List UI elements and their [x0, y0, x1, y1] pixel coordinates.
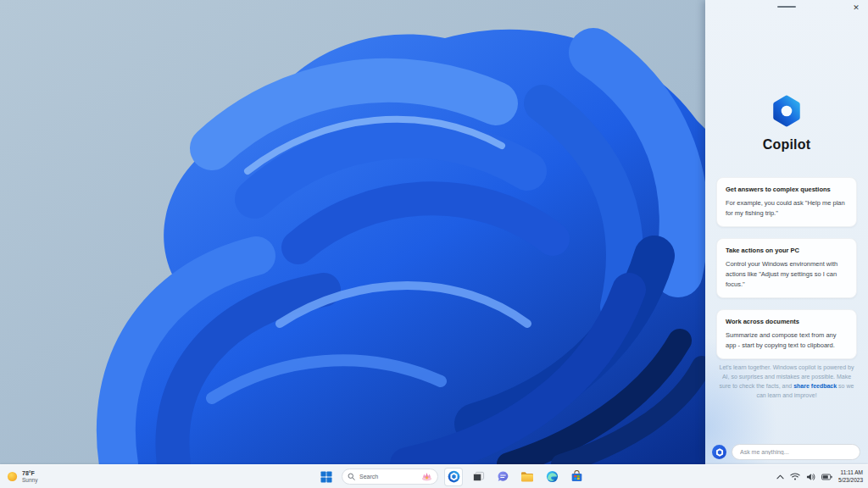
card-body: Control your Windows environment with ac… [726, 259, 848, 289]
wifi-icon[interactable] [790, 473, 800, 480]
taskbar-copilot-button[interactable] [444, 468, 463, 486]
suggestion-cards: Get answers to complex questions For exa… [716, 177, 857, 359]
microsoft-store-button[interactable] [567, 468, 586, 486]
tray-date: 5/23/2023 [838, 477, 863, 484]
copilot-avatar-icon [712, 445, 726, 459]
close-icon[interactable]: ✕ [850, 2, 862, 14]
battery-icon[interactable] [821, 474, 832, 480]
panel-drag-handle-icon[interactable] [777, 6, 796, 8]
copilot-panel: ✕ Copilot Get answers to complex questio… [705, 0, 868, 464]
bloom-wallpaper-art [0, 0, 705, 464]
ask-me-anything-input[interactable] [732, 444, 860, 460]
windows-11-screen: ✕ Copilot Get answers to complex questio… [0, 0, 868, 488]
task-view-icon [472, 470, 485, 483]
taskbar-clock[interactable]: 11:11 AM 5/23/2023 [838, 469, 863, 484]
card-work-across-documents[interactable]: Work across documents Summarize and comp… [716, 309, 857, 359]
card-title: Work across documents [726, 318, 848, 325]
ai-disclaimer: Let's learn together. Windows copilot is… [716, 363, 857, 400]
weather-temperature: 78°F [22, 469, 37, 477]
search-placeholder: Search [359, 474, 378, 480]
copilot-input-row [712, 444, 860, 460]
taskbar-center: Search [317, 465, 586, 488]
tray-time: 11:11 AM [838, 469, 863, 476]
chat-icon [497, 470, 509, 483]
chat-button[interactable] [493, 468, 512, 486]
search-icon [348, 473, 355, 480]
taskbar: 78°F Sunny Search [0, 464, 868, 488]
file-explorer-button[interactable] [518, 468, 537, 486]
microsoft-store-icon [570, 470, 583, 483]
card-title: Take actions on your PC [726, 247, 848, 254]
weather-condition: Sunny [22, 477, 37, 484]
card-body: Summarize and compose text from any app … [726, 330, 848, 350]
card-title: Get answers to complex questions [726, 186, 848, 193]
task-view-button[interactable] [469, 468, 487, 486]
card-body: For example, you could ask "Help me plan… [726, 198, 848, 218]
panel-title: Copilot [705, 137, 868, 152]
desktop-wallpaper [0, 0, 705, 464]
card-get-answers[interactable]: Get answers to complex questions For exa… [716, 177, 857, 227]
taskbar-search-box[interactable]: Search [342, 469, 438, 485]
weather-text: 78°F Sunny [22, 469, 37, 484]
weather-widget[interactable]: 78°F Sunny [7, 465, 37, 488]
windows-start-icon [320, 471, 332, 483]
share-feedback-link[interactable]: share feedback [793, 383, 837, 389]
copilot-taskbar-icon [448, 470, 460, 483]
file-explorer-icon [520, 471, 534, 483]
start-button[interactable] [317, 468, 336, 486]
copilot-logo-icon [769, 93, 804, 129]
hidden-icons-chevron-icon[interactable] [776, 474, 784, 480]
system-tray: 11:11 AM 5/23/2023 [776, 465, 863, 488]
card-take-actions[interactable]: Take actions on your PC Control your Win… [716, 238, 857, 298]
sun-icon [7, 471, 18, 482]
search-highlight-flower-icon [421, 472, 432, 481]
edge-icon [546, 470, 559, 483]
edge-button[interactable] [542, 468, 561, 486]
volume-icon[interactable] [806, 473, 815, 481]
